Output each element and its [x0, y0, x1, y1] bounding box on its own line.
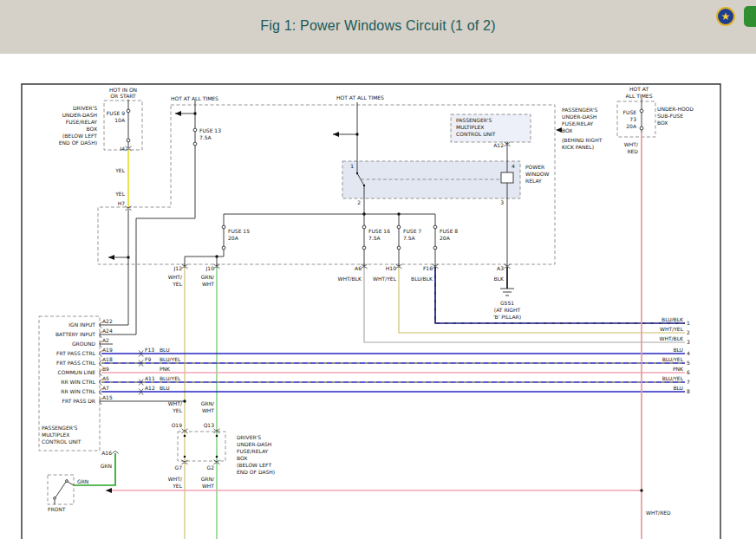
relay-pin: 2: [357, 199, 361, 205]
green-tab-icon[interactable]: [744, 6, 756, 27]
connector-label: A6: [355, 265, 362, 271]
unit-name: CONTROL UNIT: [456, 131, 496, 137]
wire-color-label: YEL: [172, 281, 182, 287]
wire-color-label: BLK: [494, 276, 505, 282]
box-label: (BELOW LEFT: [237, 462, 271, 468]
fuse-label: FUSE 9: [107, 110, 125, 116]
power-window-relay-box: [342, 161, 520, 198]
pmcu-row-pin: A18: [102, 356, 113, 362]
box-label: PASSENGER'S: [562, 107, 597, 113]
wire-blublk-f16: [435, 267, 685, 323]
relay-pin: 1: [350, 163, 354, 169]
connector-label: H10: [386, 265, 396, 271]
wire-pin-id: A11: [145, 375, 155, 381]
wire-color-label: BLU/YEL: [662, 356, 684, 362]
box-label: UNDER-DASH: [237, 441, 271, 447]
pmcu-row-name: FRT PASS CTRL: [56, 350, 96, 356]
connector-label: G7: [175, 464, 183, 471]
box-label: BOX: [237, 455, 247, 461]
wire-color-label: WHT/BLK: [659, 335, 684, 341]
wire-color-label: YEL: [172, 483, 182, 489]
wire-color-label: BLU/YEL: [662, 375, 684, 381]
box-label: BOX: [562, 127, 572, 133]
wire-color-label: GRN/: [201, 476, 215, 482]
connector-label: A3: [497, 265, 504, 271]
star-badge-icon[interactable]: ★: [716, 7, 735, 26]
box-label: BOX: [657, 120, 668, 126]
wire-color-label: WHT: [202, 407, 214, 413]
pmcu-row-name: FRT PASS DR: [62, 398, 95, 404]
fuse-label: 20A: [626, 123, 637, 129]
circuit-lines: [55, 98, 642, 504]
box-label: BOX: [87, 126, 97, 132]
relay-name: RELAY: [525, 178, 542, 184]
pmcu-row-pin: A22: [102, 318, 113, 324]
hot-feed-labels: HOT AT ALL TIMES FUSE 13 7.5A HOT AT ALL…: [171, 94, 384, 140]
wire-color-label: GRN: [101, 463, 112, 469]
wire-color-label: WHT/: [168, 400, 183, 406]
pmcu-row-name: RR WIN CTRL: [61, 388, 95, 394]
fuse-label: FUSE 8: [440, 228, 458, 234]
wire-color-label: BLU: [160, 385, 170, 391]
bottom-left-labels: GRN FRONT: [48, 478, 88, 512]
passenger-box-labels: PASSENGER'S UNDER-DASH FUSE/RELAY BOX (B…: [562, 107, 603, 150]
hot-label: HOT AT ALL TIMES: [171, 95, 218, 101]
wire-color-label: PNK: [160, 366, 171, 372]
figure-title: Fig 1: Power Windows Circuit (1 of 2): [0, 18, 756, 34]
connector-label: I4: [120, 146, 125, 152]
box-label: (BEHIND RIGHT: [562, 137, 603, 143]
box-label: DRIVER'S: [237, 434, 261, 440]
box-label: DRIVER'S: [73, 105, 97, 111]
connector-label: A12: [493, 142, 504, 148]
wire-color-label: BLU/BLK: [411, 276, 433, 282]
wire-color-label: BLU/BLK: [662, 316, 684, 322]
wire-color-label: GRN/: [201, 400, 215, 406]
wire-color-label: WHT/: [624, 141, 639, 147]
relay-name: POWER: [525, 164, 544, 170]
box-label: (BELOW LEFT: [62, 133, 97, 139]
wire-number: 4: [687, 350, 690, 356]
arrow-left-icon: [108, 255, 114, 260]
wire-color-label: WHT/YEL: [373, 276, 397, 282]
wire-number: 7: [687, 379, 690, 385]
connector-label: H7: [118, 200, 126, 206]
hot-label: OR START: [110, 93, 136, 99]
hot-label: ALL TIMES: [626, 93, 653, 99]
fuse-label: 20A: [440, 235, 451, 241]
unit-name: PASSENGER'S: [42, 425, 77, 431]
fuse-label: FUSE 16: [368, 228, 390, 234]
ground-label: (AT RIGHT: [494, 307, 521, 313]
wire-color-label: BLU: [160, 347, 170, 353]
unit-name: MULTIPLEX: [456, 124, 484, 130]
connector-label: G2: [207, 464, 215, 471]
pmcu-row-name: RR WIN CTRL: [61, 379, 95, 385]
ground-label: G551: [500, 300, 514, 306]
fuse-label: FUSE 7: [403, 228, 421, 234]
connector-label: Q13: [204, 422, 215, 428]
pmcu-row-name: BATTERY INPUT: [55, 331, 95, 337]
box-label: UNDER-DASH: [62, 112, 97, 118]
arrow-left-icon: [556, 127, 562, 133]
fuse-label: 20A: [228, 235, 239, 241]
box-label: FUSE/RELAY: [237, 448, 269, 454]
connector-label: O19: [172, 422, 183, 428]
hot-label: HOT AT: [629, 86, 648, 92]
underhood-subfuse-box: [617, 101, 655, 137]
relay-pin: 3: [500, 199, 504, 205]
wiring-diagram: HOT IN ON OR START DRIVER'S UNDER-DASH F…: [0, 54, 756, 539]
hot-label: HOT AT ALL TIMES: [336, 94, 384, 101]
wire-color-label: GRN: [77, 478, 88, 484]
component-boxes: [39, 101, 655, 504]
connector-label: F16: [423, 265, 433, 271]
component-label: FRONT: [48, 506, 66, 512]
wire-color-label: WHT/BLK: [337, 276, 362, 282]
arrow-left-icon: [106, 488, 112, 493]
fuse-label: 10A: [114, 117, 126, 123]
wire-color-label: PNK: [673, 366, 684, 372]
pmcu-row-name: COMMUN LINE: [58, 369, 96, 375]
wire-color-label: BLU/YEL: [160, 356, 181, 362]
unit-name: MULTIPLEX: [42, 432, 69, 438]
pmcu-row-pin: B9: [102, 366, 109, 372]
pmcu-row-pin: A7: [102, 385, 109, 391]
pmcu-row-pin: A5: [102, 375, 109, 381]
